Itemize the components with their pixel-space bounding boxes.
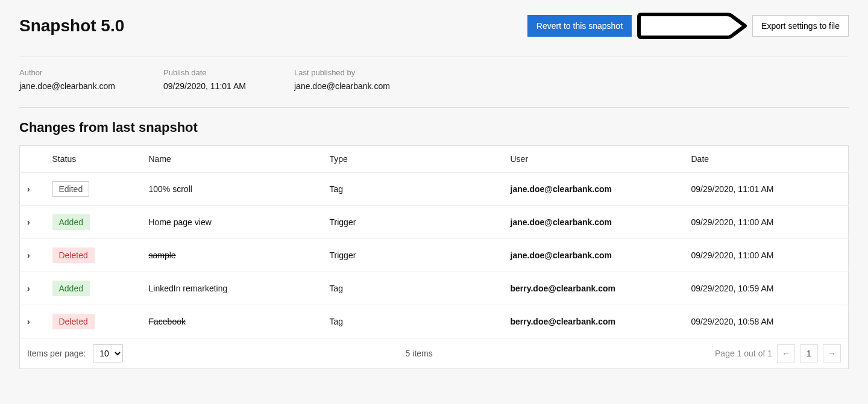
row-name: Facebook — [149, 317, 186, 326]
row-name: sample — [149, 250, 176, 260]
status-badge: Edited — [52, 181, 90, 197]
chevron-right-icon[interactable]: › — [27, 284, 30, 293]
meta-row: Author jane.doe@clearbank.com Publish da… — [19, 57, 849, 107]
revert-button[interactable]: Revert to this snapshot — [527, 15, 632, 37]
page-title: Snapshot 5.0 — [19, 16, 124, 36]
column-header-type[interactable]: Type — [322, 145, 503, 172]
prev-page-button[interactable]: ← — [777, 344, 795, 362]
callout-annotation — [637, 12, 747, 40]
last-published-by-label: Last published by — [294, 68, 390, 77]
row-user: jane.doe@clearbank.com — [503, 205, 684, 238]
chevron-right-icon[interactable]: › — [27, 317, 30, 326]
table-footer: Items per page: 10 5 items Page 1 out of… — [19, 338, 849, 369]
header-actions: Revert to this snapshot Export settings … — [527, 12, 849, 40]
row-date: 09/29/2020, 11:00 AM — [684, 205, 849, 238]
publish-date-value: 09/29/2020, 11:01 AM — [163, 81, 246, 93]
items-per-page-select[interactable]: 10 — [93, 344, 123, 362]
table-row: ›AddedHome page viewTriggerjane.doe@clea… — [20, 205, 849, 238]
page-label: Page 1 out of 1 — [715, 349, 772, 358]
status-badge: Deleted — [52, 247, 95, 263]
next-page-button[interactable]: → — [823, 344, 841, 362]
chevron-right-icon[interactable]: › — [27, 184, 30, 194]
column-header-user[interactable]: User — [503, 145, 684, 172]
row-date: 09/29/2020, 10:58 AM — [684, 305, 849, 338]
row-user: jane.doe@clearbank.com — [503, 172, 684, 205]
author-value: jane.doe@clearbank.com — [19, 81, 115, 93]
row-date: 09/29/2020, 11:00 AM — [684, 238, 849, 272]
author-label: Author — [19, 68, 115, 77]
chevron-right-icon[interactable]: › — [27, 250, 30, 260]
table-row: ›DeletedsampleTriggerjane.doe@clearbank.… — [20, 238, 849, 272]
last-published-by-value: jane.doe@clearbank.com — [294, 81, 390, 93]
current-page: 1 — [800, 344, 818, 362]
arrow-left-icon: ← — [782, 349, 790, 358]
status-badge: Added — [52, 214, 90, 230]
status-badge: Deleted — [52, 314, 95, 329]
chevron-right-icon[interactable]: › — [27, 217, 30, 227]
row-name: 100% scroll — [149, 184, 192, 194]
table-row: ›Edited100% scrollTagjane.doe@clearbank.… — [20, 172, 849, 205]
row-user: jane.doe@clearbank.com — [503, 238, 684, 272]
export-button[interactable]: Export settings to file — [752, 15, 849, 37]
row-date: 09/29/2020, 10:59 AM — [684, 272, 849, 305]
total-items: 5 items — [123, 349, 715, 358]
row-date: 09/29/2020, 11:01 AM — [684, 172, 849, 205]
changes-table: Status Name Type User Date ›Edited100% s… — [19, 145, 849, 338]
column-header-date[interactable]: Date — [684, 145, 849, 172]
items-per-page-label: Items per page: — [27, 349, 86, 358]
row-name: LinkedIn remarketing — [149, 284, 228, 293]
row-user: berry.doe@clearbank.com — [503, 305, 684, 338]
publish-date-label: Publish date — [163, 68, 246, 77]
row-type: Tag — [322, 305, 503, 338]
status-badge: Added — [52, 281, 90, 296]
row-type: Tag — [322, 172, 503, 205]
row-name: Home page view — [149, 217, 212, 227]
row-user: berry.doe@clearbank.com — [503, 272, 684, 305]
row-type: Trigger — [322, 205, 503, 238]
section-title: Changes from last snapshot — [19, 120, 849, 135]
row-type: Tag — [322, 272, 503, 305]
table-row: ›AddedLinkedIn remarketingTagberry.doe@c… — [20, 272, 849, 305]
row-type: Trigger — [322, 238, 503, 272]
table-row: ›DeletedFacebookTagberry.doe@clearbank.c… — [20, 305, 849, 338]
divider — [19, 107, 849, 108]
arrow-right-icon: → — [828, 349, 836, 358]
column-header-status[interactable]: Status — [45, 145, 142, 172]
column-header-name[interactable]: Name — [142, 145, 322, 172]
